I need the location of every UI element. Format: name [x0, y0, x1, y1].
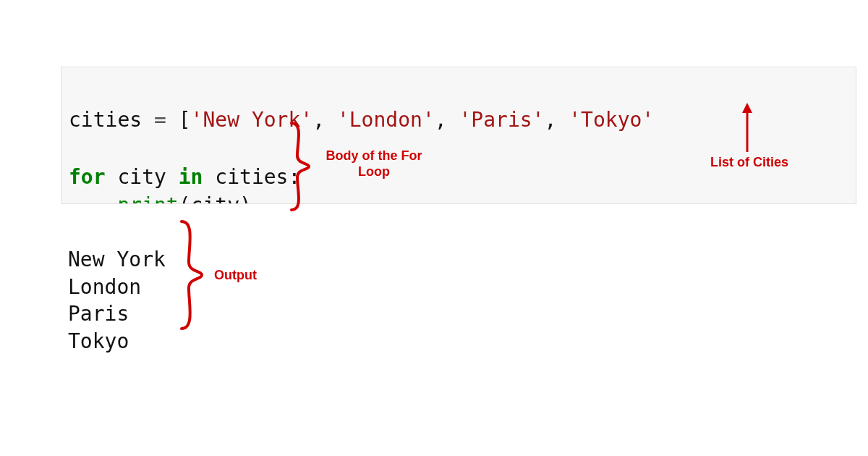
code-line-1: cities = ['New York', 'London', 'Paris',… [69, 108, 654, 132]
output-line: New York [68, 248, 166, 271]
token-argument: city [191, 193, 239, 204]
token-comma: , [435, 108, 459, 132]
token-variable: cities [69, 108, 142, 132]
annotation-body: Body of the For Loop [312, 148, 435, 180]
token-keyword-in: in [179, 165, 203, 189]
token-string: 'Tokyo' [569, 108, 654, 132]
token-variable: cities [215, 165, 288, 189]
token-variable: city [117, 165, 166, 189]
token-string: 'Paris' [459, 108, 544, 132]
token-bracket-open: [ [179, 108, 191, 132]
token-paren-close: ) [239, 193, 252, 204]
token-comma: , [544, 108, 569, 132]
token-string: 'New York' [191, 108, 313, 132]
output-line: London [68, 275, 141, 299]
token-comma: , [312, 108, 337, 132]
code-line-4: print(city) [69, 193, 252, 204]
token-colon: : [288, 165, 300, 189]
output-line: Tokyo [68, 329, 129, 353]
annotation-list: List of Cities [710, 155, 788, 170]
output-line: Paris [68, 302, 129, 326]
token-keyword-for: for [69, 165, 106, 189]
annotation-output: Output [214, 268, 257, 283]
brace-output-icon [176, 217, 208, 333]
token-paren-open: ( [179, 193, 191, 204]
output-block: New York London Paris Tokyo [68, 219, 166, 355]
token-string: 'London' [337, 108, 435, 132]
token-operator: = [142, 108, 179, 132]
code-line-3: for city in cities: [69, 165, 300, 189]
code-block: cities = ['New York', 'London', 'Paris',… [61, 67, 856, 204]
token-function: print [117, 193, 178, 204]
